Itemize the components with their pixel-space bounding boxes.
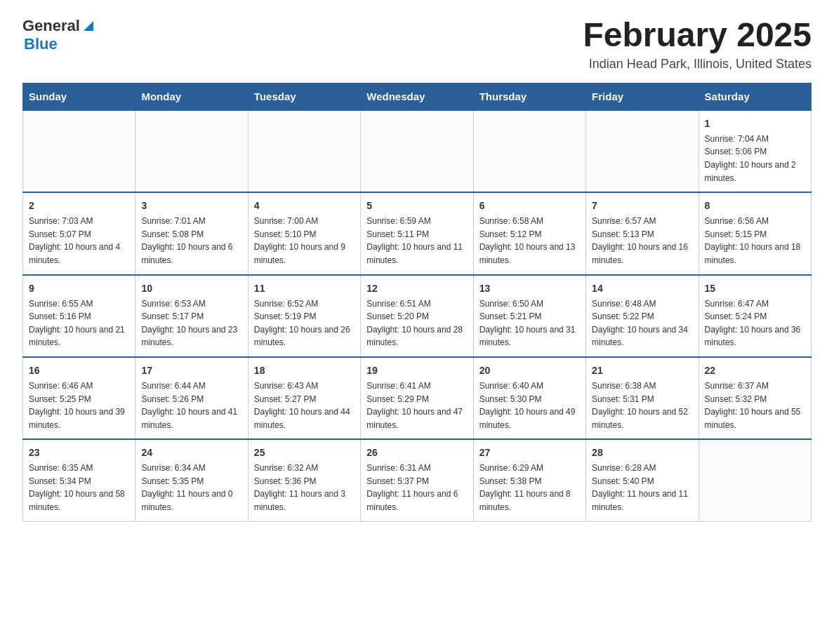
day-number: 12	[366, 281, 467, 296]
logo-blue-text: Blue	[24, 35, 58, 53]
day-info: Sunrise: 6:58 AM Sunset: 5:12 PM Dayligh…	[479, 215, 580, 267]
calendar-title: February 2025	[583, 17, 812, 54]
day-info: Sunrise: 7:03 AM Sunset: 5:07 PM Dayligh…	[29, 215, 129, 267]
day-of-week-header: Friday	[586, 83, 699, 110]
calendar-day-cell: 12Sunrise: 6:51 AM Sunset: 5:20 PM Dayli…	[361, 275, 473, 357]
day-of-week-header: Monday	[135, 83, 248, 110]
calendar-day-cell: 4Sunrise: 7:00 AM Sunset: 5:10 PM Daylig…	[248, 192, 360, 274]
calendar-subtitle: Indian Head Park, Illinois, United State…	[583, 57, 812, 72]
day-info: Sunrise: 7:00 AM Sunset: 5:10 PM Dayligh…	[254, 215, 355, 267]
calendar-day-cell: 13Sunrise: 6:50 AM Sunset: 5:21 PM Dayli…	[473, 275, 585, 357]
calendar-day-cell: 3Sunrise: 7:01 AM Sunset: 5:08 PM Daylig…	[135, 192, 248, 274]
day-number: 5	[366, 199, 467, 213]
day-number: 16	[29, 363, 129, 378]
calendar-header-row: SundayMondayTuesdayWednesdayThursdayFrid…	[23, 83, 812, 110]
day-number: 26	[366, 445, 467, 460]
calendar-day-cell: 8Sunrise: 6:56 AM Sunset: 5:15 PM Daylig…	[699, 192, 811, 274]
day-info: Sunrise: 6:40 AM Sunset: 5:30 PM Dayligh…	[479, 380, 580, 431]
day-info: Sunrise: 7:04 AM Sunset: 5:06 PM Dayligh…	[705, 133, 805, 185]
calendar-day-cell: 25Sunrise: 6:32 AM Sunset: 5:36 PM Dayli…	[248, 439, 360, 521]
day-number: 28	[592, 445, 692, 460]
day-number: 27	[479, 445, 580, 460]
calendar-day-cell: 16Sunrise: 6:46 AM Sunset: 5:25 PM Dayli…	[23, 357, 135, 439]
calendar-day-cell: 20Sunrise: 6:40 AM Sunset: 5:30 PM Dayli…	[473, 357, 585, 439]
day-number: 25	[254, 445, 355, 460]
logo: General Blue	[22, 17, 97, 53]
logo-triangle-icon	[81, 18, 96, 34]
calendar-day-cell: 18Sunrise: 6:43 AM Sunset: 5:27 PM Dayli…	[248, 357, 360, 439]
day-info: Sunrise: 6:35 AM Sunset: 5:34 PM Dayligh…	[29, 462, 129, 514]
calendar-day-cell: 5Sunrise: 6:59 AM Sunset: 5:11 PM Daylig…	[361, 192, 473, 274]
day-number: 13	[479, 281, 580, 296]
day-info: Sunrise: 6:44 AM Sunset: 5:26 PM Dayligh…	[141, 380, 241, 431]
calendar-day-cell: 9Sunrise: 6:55 AM Sunset: 5:16 PM Daylig…	[23, 275, 135, 357]
calendar-day-cell: 28Sunrise: 6:28 AM Sunset: 5:40 PM Dayli…	[586, 439, 699, 521]
title-block: February 2025 Indian Head Park, Illinois…	[583, 17, 812, 72]
day-number: 2	[29, 199, 129, 213]
day-info: Sunrise: 6:59 AM Sunset: 5:11 PM Dayligh…	[366, 215, 467, 267]
day-number: 18	[254, 363, 355, 378]
day-number: 3	[141, 199, 241, 213]
day-info: Sunrise: 6:48 AM Sunset: 5:22 PM Dayligh…	[592, 297, 692, 349]
day-number: 7	[592, 199, 692, 213]
day-number: 14	[592, 281, 692, 296]
day-info: Sunrise: 6:52 AM Sunset: 5:19 PM Dayligh…	[254, 297, 355, 349]
calendar-day-cell: 7Sunrise: 6:57 AM Sunset: 5:13 PM Daylig…	[586, 192, 699, 274]
calendar-table: SundayMondayTuesdayWednesdayThursdayFrid…	[22, 83, 812, 522]
calendar-day-cell: 14Sunrise: 6:48 AM Sunset: 5:22 PM Dayli…	[586, 275, 699, 357]
calendar-week-row: 2Sunrise: 7:03 AM Sunset: 5:07 PM Daylig…	[23, 192, 812, 274]
day-number: 21	[592, 363, 692, 378]
day-number: 8	[705, 199, 805, 213]
day-number: 4	[254, 199, 355, 213]
calendar-day-cell: 22Sunrise: 6:37 AM Sunset: 5:32 PM Dayli…	[699, 357, 811, 439]
calendar-week-row: 23Sunrise: 6:35 AM Sunset: 5:34 PM Dayli…	[23, 439, 812, 521]
calendar-day-cell	[135, 110, 248, 192]
day-info: Sunrise: 6:51 AM Sunset: 5:20 PM Dayligh…	[366, 297, 467, 349]
day-info: Sunrise: 6:55 AM Sunset: 5:16 PM Dayligh…	[29, 297, 129, 349]
calendar-day-cell: 26Sunrise: 6:31 AM Sunset: 5:37 PM Dayli…	[361, 439, 473, 521]
day-info: Sunrise: 6:38 AM Sunset: 5:31 PM Dayligh…	[592, 380, 692, 431]
day-info: Sunrise: 6:46 AM Sunset: 5:25 PM Dayligh…	[29, 380, 129, 431]
day-of-week-header: Saturday	[699, 83, 811, 110]
page-header: General Blue February 2025 Indian Head P…	[22, 17, 812, 72]
day-number: 20	[479, 363, 580, 378]
calendar-day-cell: 24Sunrise: 6:34 AM Sunset: 5:35 PM Dayli…	[135, 439, 248, 521]
day-of-week-header: Wednesday	[361, 83, 473, 110]
logo-text: General	[22, 17, 97, 35]
calendar-day-cell: 2Sunrise: 7:03 AM Sunset: 5:07 PM Daylig…	[23, 192, 135, 274]
calendar-day-cell: 17Sunrise: 6:44 AM Sunset: 5:26 PM Dayli…	[135, 357, 248, 439]
day-info: Sunrise: 6:28 AM Sunset: 5:40 PM Dayligh…	[592, 462, 692, 514]
calendar-day-cell: 1Sunrise: 7:04 AM Sunset: 5:06 PM Daylig…	[699, 110, 811, 192]
calendar-day-cell: 21Sunrise: 6:38 AM Sunset: 5:31 PM Dayli…	[586, 357, 699, 439]
day-number: 10	[141, 281, 241, 296]
logo-general-text: General	[22, 17, 80, 35]
svg-marker-0	[84, 21, 93, 31]
calendar-day-cell	[699, 439, 811, 521]
calendar-week-row: 1Sunrise: 7:04 AM Sunset: 5:06 PM Daylig…	[23, 110, 812, 192]
calendar-week-row: 16Sunrise: 6:46 AM Sunset: 5:25 PM Dayli…	[23, 357, 812, 439]
calendar-day-cell	[23, 110, 135, 192]
day-info: Sunrise: 6:50 AM Sunset: 5:21 PM Dayligh…	[479, 297, 580, 349]
day-info: Sunrise: 6:53 AM Sunset: 5:17 PM Dayligh…	[141, 297, 241, 349]
day-info: Sunrise: 7:01 AM Sunset: 5:08 PM Dayligh…	[141, 215, 241, 267]
day-info: Sunrise: 6:37 AM Sunset: 5:32 PM Dayligh…	[705, 380, 805, 431]
calendar-day-cell: 15Sunrise: 6:47 AM Sunset: 5:24 PM Dayli…	[699, 275, 811, 357]
calendar-day-cell: 6Sunrise: 6:58 AM Sunset: 5:12 PM Daylig…	[473, 192, 585, 274]
day-number: 19	[366, 363, 467, 378]
day-of-week-header: Thursday	[473, 83, 585, 110]
day-number: 22	[705, 363, 805, 378]
day-number: 23	[29, 445, 129, 460]
calendar-day-cell: 11Sunrise: 6:52 AM Sunset: 5:19 PM Dayli…	[248, 275, 360, 357]
calendar-day-cell: 10Sunrise: 6:53 AM Sunset: 5:17 PM Dayli…	[135, 275, 248, 357]
day-number: 9	[29, 281, 129, 296]
day-info: Sunrise: 6:34 AM Sunset: 5:35 PM Dayligh…	[141, 462, 241, 514]
day-info: Sunrise: 6:43 AM Sunset: 5:27 PM Dayligh…	[254, 380, 355, 431]
calendar-day-cell: 19Sunrise: 6:41 AM Sunset: 5:29 PM Dayli…	[361, 357, 473, 439]
day-of-week-header: Sunday	[23, 83, 135, 110]
day-info: Sunrise: 6:56 AM Sunset: 5:15 PM Dayligh…	[705, 215, 805, 267]
day-info: Sunrise: 6:41 AM Sunset: 5:29 PM Dayligh…	[366, 380, 467, 431]
calendar-day-cell	[248, 110, 360, 192]
calendar-day-cell: 23Sunrise: 6:35 AM Sunset: 5:34 PM Dayli…	[23, 439, 135, 521]
day-info: Sunrise: 6:29 AM Sunset: 5:38 PM Dayligh…	[479, 462, 580, 514]
day-number: 1	[705, 116, 805, 131]
